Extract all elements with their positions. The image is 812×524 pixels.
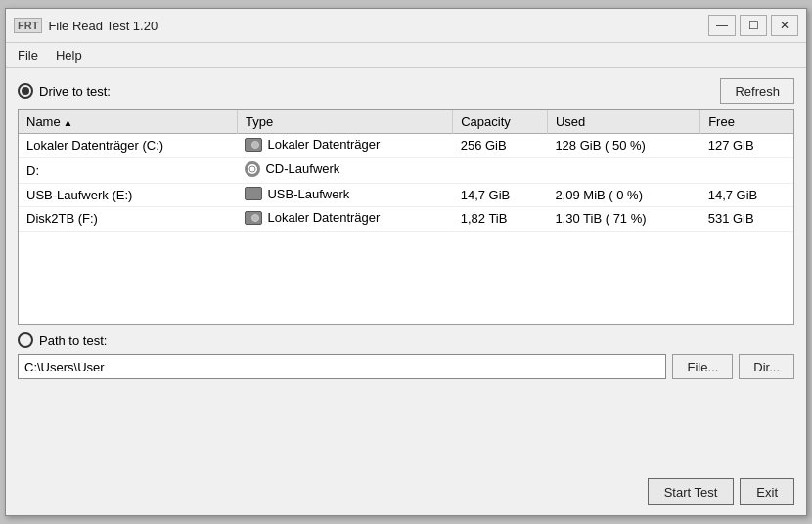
dir-button[interactable]: Dir...	[739, 354, 794, 379]
cell-name: D:	[19, 157, 237, 183]
app-icon: FRT	[14, 18, 42, 33]
table-row[interactable]: D: CD-Laufwerk	[19, 157, 793, 183]
drive-table: Name Type Capacity Used Free Lokaler Dat…	[19, 110, 793, 232]
cell-type: Lokaler Datenträger	[237, 207, 452, 232]
main-window: FRT File Read Test 1.20 — ☐ ✕ File Help …	[5, 8, 807, 516]
cell-name: Lokaler Datenträger (C:)	[19, 134, 237, 158]
path-radio-button[interactable]	[18, 332, 33, 348]
menu-file[interactable]: File	[10, 45, 46, 66]
maximize-button[interactable]: ☐	[740, 15, 767, 36]
table-header-row: Name Type Capacity Used Free	[19, 110, 793, 134]
drive-table-wrapper: Name Type Capacity Used Free Lokaler Dat…	[18, 109, 794, 325]
menu-bar: File Help	[6, 43, 806, 68]
col-used[interactable]: Used	[547, 110, 699, 134]
cell-capacity: 1,82 TiB	[453, 207, 548, 232]
hdd-icon	[245, 211, 262, 225]
window-title: File Read Test 1.20	[48, 19, 158, 33]
cell-capacity	[453, 157, 548, 183]
cell-used: 128 GiB ( 50 %)	[547, 134, 699, 158]
usb-icon	[245, 187, 262, 200]
start-test-button[interactable]: Start Test	[648, 478, 735, 505]
path-section: Path to test: File... Dir...	[18, 332, 794, 379]
menu-help[interactable]: Help	[48, 45, 90, 66]
close-button[interactable]: ✕	[771, 15, 798, 36]
table-row[interactable]: USB-Laufwerk (E:) USB-Laufwerk 14,7 GiB …	[19, 183, 793, 207]
drive-icon-cell: USB-Laufwerk	[245, 187, 349, 201]
cd-icon	[245, 161, 260, 177]
path-input-row: File... Dir...	[18, 354, 794, 379]
cell-type: USB-Laufwerk	[237, 183, 452, 207]
cell-free: 531 GiB	[700, 207, 793, 232]
cell-free: 127 GiB	[700, 134, 793, 158]
minimize-button[interactable]: —	[708, 15, 736, 36]
cell-used: 1,30 TiB ( 71 %)	[547, 207, 699, 232]
drive-icon-cell: CD-Laufwerk	[245, 161, 339, 177]
drive-icon-cell: Lokaler Datenträger	[245, 210, 380, 225]
drive-section: Drive to test: Refresh Name Type Capacit…	[18, 78, 794, 325]
cell-free	[700, 157, 793, 183]
table-row[interactable]: Disk2TB (F:) Lokaler Datenträger 1,82 Ti…	[19, 207, 793, 232]
cell-used	[547, 157, 699, 183]
hdd-icon	[245, 138, 262, 152]
cell-used: 2,09 MiB ( 0 %)	[547, 183, 699, 207]
footer-buttons: Start Test Exit	[6, 472, 806, 515]
cell-capacity: 256 GiB	[453, 134, 548, 158]
file-button[interactable]: File...	[672, 354, 733, 379]
col-capacity[interactable]: Capacity	[453, 110, 548, 134]
content-area: Drive to test: Refresh Name Type Capacit…	[6, 68, 806, 472]
drive-icon-cell: Lokaler Datenträger	[245, 137, 380, 152]
col-type[interactable]: Type	[237, 110, 452, 134]
drive-label-text: Drive to test:	[39, 84, 111, 99]
title-bar-left: FRT File Read Test 1.20	[14, 18, 158, 33]
col-name[interactable]: Name	[19, 110, 237, 134]
refresh-button[interactable]: Refresh	[720, 78, 794, 104]
cell-name: Disk2TB (F:)	[19, 207, 237, 232]
exit-button[interactable]: Exit	[740, 478, 794, 505]
cell-type: CD-Laufwerk	[237, 157, 452, 183]
cell-type: Lokaler Datenträger	[237, 134, 452, 158]
window-controls: — ☐ ✕	[708, 15, 798, 36]
path-radio-label[interactable]: Path to test:	[18, 332, 794, 348]
drive-radio-button[interactable]	[18, 83, 33, 99]
drive-radio-label[interactable]: Drive to test:	[18, 83, 111, 99]
cell-free: 14,7 GiB	[700, 183, 793, 207]
path-input[interactable]	[18, 354, 666, 379]
drive-section-header: Drive to test: Refresh	[18, 78, 794, 104]
path-label-text: Path to test:	[39, 333, 107, 348]
col-free[interactable]: Free	[700, 110, 793, 134]
title-bar: FRT File Read Test 1.20 — ☐ ✕	[6, 9, 806, 43]
cell-capacity: 14,7 GiB	[453, 183, 548, 207]
table-row[interactable]: Lokaler Datenträger (C:) Lokaler Datentr…	[19, 134, 793, 158]
cell-name: USB-Laufwerk (E:)	[19, 183, 237, 207]
